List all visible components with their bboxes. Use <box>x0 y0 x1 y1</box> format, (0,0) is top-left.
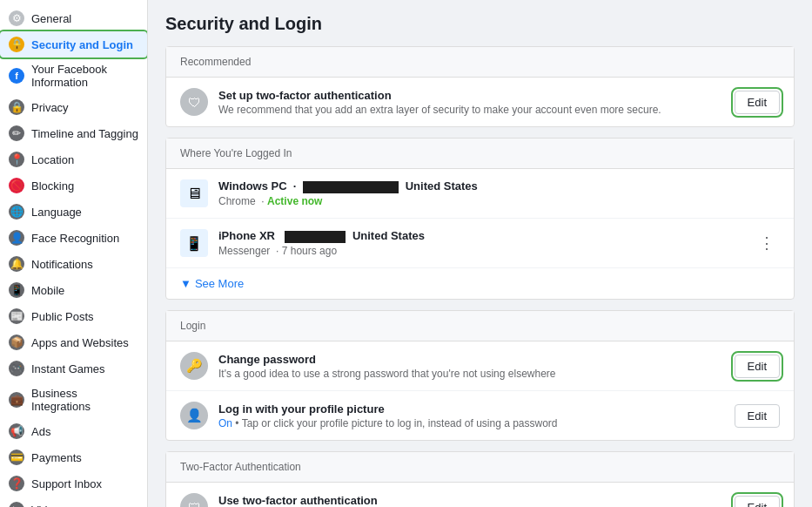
ads-icon: 📢 <box>9 423 24 439</box>
sidebar-item-mobile-label: Mobile <box>31 284 64 297</box>
windows-pc-title: Windows PC · United States <box>218 179 780 193</box>
logged-in-section: Where You're Logged In 🖥 Windows PC · Un… <box>165 138 795 300</box>
profile-picture-login-edit-button[interactable]: Edit <box>735 404 780 428</box>
profile-picture-login-subtitle: On • Tap or click your profile picture t… <box>218 417 724 429</box>
iphone-xr-title: iPhone XR United States <box>218 229 743 243</box>
face-icon: 👤 <box>9 230 24 246</box>
three-dots-icon[interactable]: ⋮ <box>754 230 780 256</box>
change-password-item: 🔑 Change password It's a good idea to us… <box>166 341 794 391</box>
sidebar-item-location[interactable]: 📍Location <box>0 146 147 172</box>
profile-icon: 👤 <box>180 402 208 429</box>
recommended-section: Recommended 🛡 Set up two-factor authenti… <box>165 46 795 127</box>
two-factor-setup-title: Set up two-factor authentication <box>218 89 724 102</box>
phone-icon: 📱 <box>180 229 208 257</box>
sidebar-item-mobile[interactable]: 📱Mobile <box>0 277 147 303</box>
recommended-header: Recommended <box>166 47 794 78</box>
change-password-edit-button[interactable]: Edit <box>735 355 780 378</box>
location-icon: 📍 <box>9 152 24 167</box>
sidebar-item-general[interactable]: ⚙General <box>0 5 147 31</box>
iphone-xr-subtitle: Messenger · 7 hours ago <box>218 245 743 257</box>
posts-icon: 📰 <box>9 308 24 324</box>
videos-icon: ▶ <box>9 502 24 507</box>
sidebar: ⚙General🔒Security and LoginfYour Faceboo… <box>0 0 148 507</box>
use-two-factor-title: Use two-factor authentication <box>218 494 724 507</box>
shield-icon: 🛡 <box>180 88 208 116</box>
sidebar-item-privacy[interactable]: 🔒Privacy <box>0 94 147 120</box>
sidebar-item-ads[interactable]: 📢Ads <box>0 418 147 444</box>
sidebar-item-videos[interactable]: ▶Videos <box>0 497 147 507</box>
blocking-icon: 🚫 <box>9 178 24 193</box>
main-content: Security and Login Recommended 🛡 Set up … <box>148 0 812 507</box>
notifications-icon: 🔔 <box>9 256 24 272</box>
business-icon: 💼 <box>9 392 24 408</box>
sidebar-item-timeline[interactable]: ✏Timeline and Tagging <box>0 120 147 146</box>
sidebar-item-facebook-info-label: Your Facebook Information <box>31 63 138 89</box>
sidebar-item-location-label: Location <box>31 153 74 166</box>
sidebar-item-support[interactable]: ❓Support Inbox <box>0 470 147 497</box>
login-header: Login <box>166 311 794 341</box>
sidebar-item-blocking-label: Blocking <box>31 179 74 193</box>
windows-redacted <box>303 181 399 193</box>
sidebar-item-facebook-info[interactable]: fYour Facebook Information <box>0 57 147 94</box>
shield2-icon: 🛡 <box>180 493 208 507</box>
windows-pc-item: 🖥 Windows PC · United States Chrome · Ac… <box>166 169 794 219</box>
general-icon: ⚙ <box>9 10 24 26</box>
apps-icon: 📦 <box>9 335 24 350</box>
sidebar-item-ads-label: Ads <box>31 425 50 438</box>
sidebar-item-games[interactable]: 🎮Instant Games <box>0 355 147 382</box>
change-password-subtitle: It's a good idea to use a strong passwor… <box>218 368 724 380</box>
page-title: Security and Login <box>165 14 795 34</box>
games-icon: 🎮 <box>9 361 24 376</box>
two-factor-header: Two-Factor Authentication <box>166 452 794 483</box>
sidebar-item-security-label: Security and Login <box>31 38 133 51</box>
see-more-button[interactable]: ▼ See More <box>166 268 794 299</box>
timeline-icon: ✏ <box>9 125 24 141</box>
sidebar-item-apps-label: Apps and Websites <box>31 336 129 349</box>
privacy-icon: 🔒 <box>9 99 24 115</box>
iphone-xr-item: 📱 iPhone XR United States Messenger · 7 … <box>166 219 794 268</box>
sidebar-item-language-label: Language <box>31 206 82 219</box>
use-two-factor-item: 🛡 Use two-factor authentication Log in w… <box>166 483 794 507</box>
sidebar-item-blocking[interactable]: 🚫Blocking <box>0 172 147 199</box>
sidebar-item-face[interactable]: 👤Face Recognition <box>0 225 147 251</box>
sidebar-item-games-label: Instant Games <box>31 362 105 375</box>
language-icon: 🌐 <box>9 204 24 220</box>
sidebar-item-payments-label: Payments <box>31 451 82 464</box>
sidebar-item-privacy-label: Privacy <box>31 101 69 114</box>
sidebar-item-support-label: Support Inbox <box>31 477 102 490</box>
two-factor-section: Two-Factor Authentication 🛡 Use two-fact… <box>165 451 795 507</box>
sidebar-item-security[interactable]: 🔒Security and Login <box>0 31 147 57</box>
sidebar-item-notifications[interactable]: 🔔Notifications <box>0 251 147 277</box>
payments-icon: 💳 <box>9 450 24 465</box>
sidebar-item-payments[interactable]: 💳Payments <box>0 444 147 470</box>
two-factor-setup-subtitle: We recommend that you add an extra layer… <box>218 104 724 116</box>
sidebar-item-business-label: Business Integrations <box>31 387 138 413</box>
security-icon: 🔒 <box>9 37 24 52</box>
sidebar-item-posts[interactable]: 📰Public Posts <box>0 303 147 329</box>
sidebar-item-timeline-label: Timeline and Tagging <box>31 127 138 140</box>
sidebar-item-language[interactable]: 🌐Language <box>0 199 147 225</box>
key-icon: 🔑 <box>180 352 208 380</box>
sidebar-item-general-label: General <box>31 12 71 25</box>
change-password-title: Change password <box>218 353 724 366</box>
two-factor-setup-edit-button[interactable]: Edit <box>735 91 780 114</box>
sidebar-item-business[interactable]: 💼Business Integrations <box>0 382 147 418</box>
sidebar-item-notifications-label: Notifications <box>31 258 93 271</box>
windows-pc-subtitle: Chrome · Active now <box>218 195 780 207</box>
two-factor-setup-item: 🛡 Set up two-factor authentication We re… <box>166 78 794 126</box>
chevron-down-icon: ▼ <box>180 277 191 290</box>
iphone-redacted <box>285 231 346 243</box>
use-two-factor-edit-button[interactable]: Edit <box>735 496 780 508</box>
logged-in-header: Where You're Logged In <box>166 139 794 169</box>
sidebar-item-posts-label: Public Posts <box>31 310 94 323</box>
windows-icon: 🖥 <box>180 179 208 207</box>
login-section: Login 🔑 Change password It's a good idea… <box>165 310 795 441</box>
facebook-info-icon: f <box>9 68 24 84</box>
sidebar-item-apps[interactable]: 📦Apps and Websites <box>0 329 147 355</box>
profile-picture-login-item: 👤 Log in with your profile picture On • … <box>166 391 794 440</box>
mobile-icon: 📱 <box>9 282 24 298</box>
sidebar-item-videos-label: Videos <box>31 504 66 508</box>
support-icon: ❓ <box>9 476 24 491</box>
profile-picture-login-title: Log in with your profile picture <box>218 402 724 416</box>
sidebar-item-face-label: Face Recognition <box>31 232 119 245</box>
